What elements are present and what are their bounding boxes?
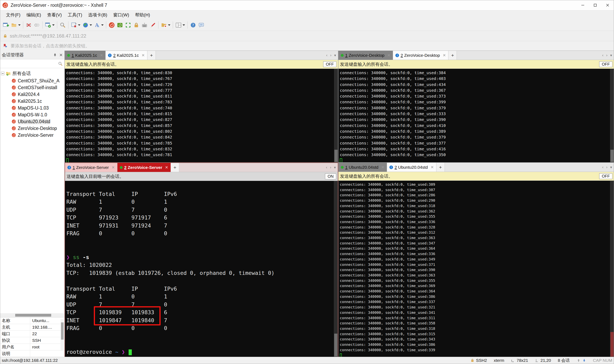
terminal-ubuntu[interactable]: connections: 340000, sockfd:0, time_used…: [338, 181, 614, 357]
close-tab-icon[interactable]: [381, 165, 384, 169]
broadcast-toggle-button[interactable]: ON: [325, 173, 336, 179]
menu-item[interactable]: 编辑(E): [23, 10, 44, 19]
lock-button[interactable]: [132, 21, 140, 29]
tab-scroll-controls[interactable]: ‹›▾: [602, 51, 614, 60]
close-tab-icon[interactable]: [142, 53, 145, 58]
menu-item[interactable]: 选项卡(B): [85, 10, 110, 19]
tab-server-1[interactable]: 1 ZeroVoice-Server: [65, 163, 117, 172]
session-item[interactable]: Ubuntu20.04std: [0, 118, 64, 125]
property-row[interactable]: 说明: [0, 351, 64, 357]
menu-item[interactable]: 工具(T): [65, 10, 85, 19]
terminal-kali[interactable]: connections: 340000, sockfd:0, time_used…: [65, 69, 338, 162]
search-input[interactable]: [0, 59, 64, 68]
tab-ubuntu-2[interactable]: 2 Ubuntu20.04std: [387, 163, 436, 172]
highlight-pen-button[interactable]: [149, 21, 157, 29]
property-row[interactable]: 端口 22: [0, 331, 64, 337]
close-tab-icon[interactable]: [165, 165, 168, 170]
close-tab-icon[interactable]: [443, 53, 446, 58]
vscrollbar-thumb[interactable]: [61, 322, 64, 340]
property-row[interactable]: 名称 Ubuntu...: [0, 317, 64, 324]
new-tab-button[interactable]: [448, 51, 457, 60]
session-item[interactable]: MapOS-U-1.03: [0, 104, 64, 111]
font-button[interactable]: AA: [93, 21, 105, 29]
broadcast-toggle-button[interactable]: OFF: [599, 61, 612, 67]
new-tab-button[interactable]: [147, 51, 156, 60]
tab-scroll-controls[interactable]: ‹›▾: [326, 51, 338, 60]
broadcast-toggle-button[interactable]: OFF: [323, 61, 336, 67]
terminal-desktop[interactable]: connections: 340000, sockfd:0, time_used…: [338, 69, 614, 162]
session-item[interactable]: CentOS7_ShuiZe_A: [0, 77, 64, 84]
close-tab-icon[interactable]: [431, 165, 434, 169]
font-dropdown-icon[interactable]: [101, 24, 104, 26]
close-panel-icon[interactable]: [59, 53, 63, 57]
pin-icon[interactable]: [53, 53, 57, 57]
scrollbar-thumb[interactable]: [334, 150, 338, 162]
properties-vscrollbar[interactable]: [61, 319, 64, 351]
new-session-button[interactable]: [2, 21, 10, 29]
session-properties-button[interactable]: [44, 21, 56, 29]
session-item[interactable]: CentOS7self-install: [0, 84, 64, 91]
session-item[interactable]: Kali2024.4: [0, 91, 64, 98]
session-tree-root[interactable]: 所有会话: [0, 69, 64, 77]
property-row[interactable]: 协议 SSH: [0, 337, 64, 344]
tab-desktop-2[interactable]: 2 ZeroVoice-Desktop: [393, 51, 448, 60]
feedback-button[interactable]: [197, 21, 205, 29]
tab-server-2[interactable]: 2 ZeroVoice-Server: [117, 163, 171, 172]
address-bar[interactable]: ssh://root:******@192.168.47.111:22: [0, 31, 614, 41]
menu-item[interactable]: 窗口(W): [110, 10, 132, 19]
close-tab-icon[interactable]: [387, 53, 390, 58]
menu-item[interactable]: 文件(F): [3, 10, 23, 19]
scrollbar-thumb[interactable]: [334, 334, 337, 356]
virtual-keyboard-button[interactable]: [140, 21, 149, 29]
web-browser-button[interactable]: [81, 21, 93, 29]
clone-session-button[interactable]: [70, 21, 81, 29]
new-tab-button[interactable]: [436, 163, 445, 172]
session-item[interactable]: ZeroVoice-Desktop: [0, 125, 64, 132]
hscrollbar-thumb[interactable]: [15, 314, 51, 317]
minimize-button[interactable]: [577, 0, 589, 10]
close-button[interactable]: [601, 0, 614, 10]
scrollbar-thumb[interactable]: [610, 150, 614, 162]
property-row[interactable]: 用户名 root: [0, 344, 64, 351]
web-browser-dropdown-icon[interactable]: [90, 24, 92, 26]
terminal-scrollbar[interactable]: [334, 69, 338, 162]
menu-item[interactable]: 帮助(H): [132, 10, 153, 19]
broadcast-toggle-button[interactable]: OFF: [599, 173, 612, 179]
collapse-icon[interactable]: [1, 72, 4, 75]
search-icon[interactable]: [58, 61, 63, 66]
layout-dropdown-icon[interactable]: [183, 24, 185, 26]
session-item[interactable]: ZeroVoice-Server: [0, 132, 64, 139]
xshell-button[interactable]: [107, 21, 116, 29]
new-tab-button[interactable]: [171, 163, 179, 172]
session-item[interactable]: Kali2025.1c: [0, 98, 64, 104]
terminal-scrollbar[interactable]: [610, 69, 614, 162]
properties-hscrollbar[interactable]: [0, 313, 64, 317]
tab-kali-2[interactable]: 2 Kali2025.1c: [106, 51, 147, 60]
help-button[interactable]: ?: [189, 21, 197, 29]
session-item[interactable]: MapOS-W-1.0: [0, 111, 64, 118]
close-tab-icon[interactable]: [100, 53, 103, 58]
open-session-dropdown-icon[interactable]: [18, 24, 21, 26]
property-row[interactable]: 主机 192.168....: [0, 324, 64, 331]
find-button[interactable]: [59, 21, 67, 29]
reconnect-button[interactable]: [33, 21, 41, 29]
terminal-scrollbar[interactable]: [334, 181, 338, 357]
close-tab-icon[interactable]: [112, 165, 115, 170]
maximize-button[interactable]: [589, 0, 601, 10]
tab-ubuntu-1[interactable]: 1 Ubuntu20.04std: [338, 163, 387, 172]
fullscreen-button[interactable]: [124, 21, 132, 29]
new-file-dropdown-icon[interactable]: [168, 24, 170, 26]
layout-button[interactable]: [174, 21, 186, 29]
disconnect-button[interactable]: [25, 21, 33, 29]
tab-kali-1[interactable]: 1 Kali2025.1c: [65, 51, 106, 60]
scrollbar-thumb[interactable]: [610, 332, 614, 357]
terminal-scrollbar[interactable]: [610, 181, 614, 357]
menu-item[interactable]: 查看(V): [44, 10, 65, 19]
tab-scroll-controls[interactable]: ‹›▾: [326, 163, 338, 172]
session-properties-dropdown-icon[interactable]: [52, 24, 54, 26]
open-session-button[interactable]: [10, 21, 22, 29]
tab-scroll-controls[interactable]: ‹›▾: [602, 163, 614, 172]
tab-desktop-1[interactable]: 1 ZeroVoice-Desktop: [338, 51, 393, 60]
new-file-button[interactable]: [160, 21, 171, 29]
terminal-server[interactable]: Transport Total IP IPv6 RAW 1 0 1 UDP 7 …: [65, 181, 338, 357]
